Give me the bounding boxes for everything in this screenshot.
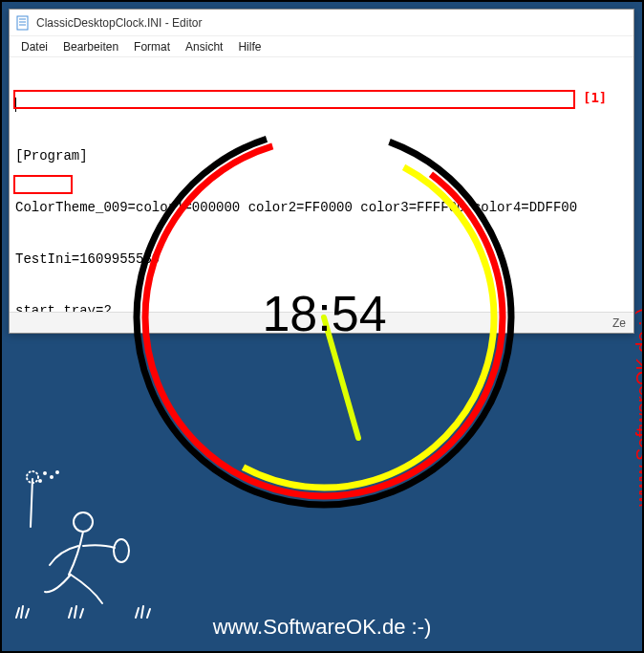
- svg-point-11: [51, 476, 53, 478]
- svg-point-14: [74, 512, 93, 532]
- watermark-bottom: www.SoftwareOK.de :-): [2, 615, 642, 640]
- svg-line-8: [31, 479, 32, 527]
- svg-point-12: [39, 480, 41, 482]
- menu-format[interactable]: Format: [128, 38, 176, 55]
- annotation-1: [1]: [583, 90, 607, 105]
- menu-help[interactable]: Hilfe: [232, 38, 267, 55]
- editor-line: ColorTheme_009=color1=000000 color2=FF00…: [15, 199, 628, 216]
- svg-point-13: [56, 471, 58, 473]
- editor-textarea[interactable]: [Program] ColorTheme_009=color1=000000 c…: [10, 57, 633, 312]
- editor-line: start_tray=2: [15, 302, 628, 312]
- watermark-side: www.SoftwareOK.de :-): [633, 308, 644, 507]
- menu-view[interactable]: Ansicht: [180, 38, 228, 55]
- svg-rect-0: [17, 16, 28, 30]
- svg-point-15: [114, 539, 129, 562]
- statusbar-text: Ze: [612, 316, 626, 330]
- svg-line-7: [324, 317, 358, 438]
- editor-line: TestIni=1609955539: [15, 250, 628, 268]
- statusbar: Ze: [10, 312, 633, 333]
- editor-line: [Program]: [15, 147, 628, 164]
- notepad-icon: [15, 15, 31, 31]
- notepad-window: ClassicDesktopClock.INI - Editor Datei B…: [9, 9, 634, 334]
- window-titlebar[interactable]: ClassicDesktopClock.INI - Editor: [10, 10, 633, 36]
- menu-edit[interactable]: Bearbeiten: [57, 38, 124, 55]
- doodle-figure: [11, 469, 183, 622]
- menubar: Datei Bearbeiten Format Ansicht Hilfe: [10, 36, 633, 57]
- window-title: ClassicDesktopClock.INI - Editor: [36, 16, 202, 30]
- text-cursor: [15, 98, 16, 112]
- menu-file[interactable]: Datei: [15, 38, 54, 55]
- svg-point-10: [44, 472, 46, 474]
